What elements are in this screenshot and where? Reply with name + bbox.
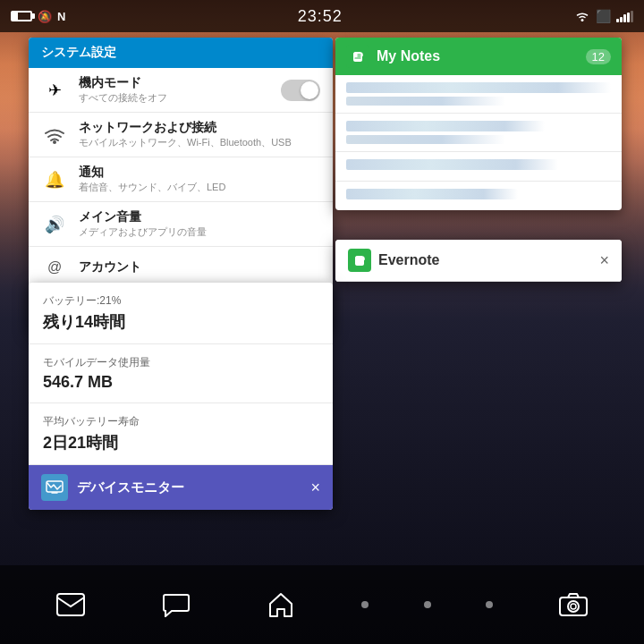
settings-item-volume[interactable]: 🔊 メイン音量 メディアおよびアプリの音量	[29, 202, 333, 247]
monitor-widget: バッテリー:21% 残り14時間 モバイルデータ使用量 546.7 MB 平均バ…	[29, 283, 333, 510]
monitor-battery-label: バッテリー:21%	[43, 293, 318, 309]
svg-point-6	[571, 604, 576, 609]
toggle-knob	[301, 81, 318, 99]
signal-bar-2	[620, 17, 623, 22]
status-left: 🔕 N	[11, 10, 65, 23]
monitor-lifespan-section: 平均バッテリー寿命 2日21時間	[29, 403, 333, 465]
battery-icon	[11, 11, 32, 21]
monitor-battery-section: バッテリー:21% 残り14時間	[29, 283, 333, 344]
note-blur-sm-1	[346, 97, 505, 106]
bb-icon: ⬛	[596, 9, 611, 23]
wifi-icon	[574, 10, 590, 22]
note-blur-4	[346, 189, 518, 199]
note-item-1[interactable]	[335, 75, 622, 114]
notes-title: My Notes	[377, 48, 579, 64]
evernote-widget: Evernote ×	[335, 240, 622, 282]
signal-bar-5	[631, 11, 633, 22]
monitor-footer[interactable]: デバイスモニター ×	[29, 465, 333, 510]
note-item-3[interactable]	[335, 152, 622, 182]
dock-dot-3	[486, 601, 493, 608]
notes-header: My Notes 12	[335, 38, 622, 75]
monitor-lifespan-value: 2日21時間	[43, 432, 318, 453]
network-icon: N	[57, 10, 65, 23]
settings-notification-text: 通知 着信音、サウンド、バイブ、LED	[79, 165, 320, 194]
settings-volume-title: メイン音量	[79, 209, 320, 225]
monitor-battery-value: 残り14時間	[43, 311, 318, 333]
airplane-icon: ✈	[41, 77, 68, 104]
settings-network-sub: モバイルネットワーク、Wi-Fi、Bluetooth、USB	[79, 136, 320, 149]
evernote-title: Evernote	[378, 252, 592, 268]
settings-header-label: システム設定	[41, 45, 116, 59]
svg-point-0	[581, 19, 584, 21]
svg-point-1	[53, 140, 56, 144]
monitor-footer-icon	[41, 474, 68, 501]
settings-network-text: ネットワークおよび接続 モバイルネットワーク、Wi-Fi、Bluetooth、U…	[79, 120, 320, 149]
signal-bar-1	[616, 19, 619, 22]
settings-airplane-text: 機内モード すべての接続をオフ	[79, 75, 270, 105]
signal-bars	[616, 10, 633, 22]
svg-rect-3	[57, 594, 84, 615]
status-bar: 🔕 N 23:52 ⬛	[0, 0, 644, 32]
note-item-2[interactable]	[335, 114, 622, 152]
note-blur-3	[346, 159, 558, 170]
settings-notification-sub: 着信音、サウンド、バイブ、LED	[79, 181, 320, 194]
evernote-close-button[interactable]: ×	[599, 251, 609, 270]
evernote-logo	[348, 249, 371, 272]
svg-point-5	[568, 601, 579, 612]
signal-bar-3	[623, 14, 626, 22]
dock-dot-1	[361, 601, 369, 608]
battery-fill	[13, 13, 18, 20]
account-icon: @	[41, 254, 68, 281]
settings-item-network[interactable]: ネットワークおよび接続 モバイルネットワーク、Wi-Fi、Bluetooth、U…	[29, 113, 333, 157]
note-item-4[interactable]	[335, 182, 622, 210]
settings-item-airplane[interactable]: ✈ 機内モード すべての接続をオフ	[29, 68, 333, 113]
network-settings-icon	[41, 122, 68, 148]
settings-airplane-title: 機内モード	[79, 75, 270, 91]
dock-messages[interactable]	[151, 580, 201, 630]
note-blur-sm-2	[346, 135, 505, 144]
notes-count: 12	[586, 49, 611, 64]
mute-icon: 🔕	[38, 10, 52, 23]
settings-account-text: アカウント	[79, 259, 320, 275]
settings-airplane-sub: すべての接続をオフ	[79, 91, 270, 105]
settings-notification-title: 通知	[79, 165, 320, 181]
dock	[0, 565, 644, 644]
settings-volume-sub: メディアおよびアプリの音量	[79, 225, 320, 239]
monitor-close-button[interactable]: ×	[310, 479, 320, 497]
evernote-header: Evernote ×	[335, 240, 622, 282]
monitor-data-value: 546.7 MB	[43, 373, 318, 392]
dock-home[interactable]	[256, 580, 306, 630]
note-blur-1	[346, 82, 611, 93]
status-right: ⬛	[574, 9, 633, 23]
settings-header: システム設定	[29, 38, 333, 68]
evernote-logo-notes	[346, 45, 369, 68]
settings-network-title: ネットワークおよび接続	[79, 120, 320, 136]
clock: 23:52	[298, 7, 343, 26]
airplane-toggle[interactable]	[281, 80, 320, 101]
volume-icon: 🔊	[41, 211, 68, 238]
monitor-data-section: モバイルデータ使用量 546.7 MB	[29, 344, 333, 403]
notification-icon: 🔔	[41, 166, 68, 193]
settings-item-notification[interactable]: 🔔 通知 着信音、サウンド、バイブ、LED	[29, 157, 333, 202]
note-blur-2	[346, 121, 545, 131]
dock-mail[interactable]	[46, 580, 96, 630]
dock-dot-2	[424, 601, 431, 608]
signal-bar-4	[627, 13, 630, 22]
notes-body	[335, 75, 622, 210]
notes-widget: My Notes 12	[335, 38, 622, 210]
monitor-data-label: モバイルデータ使用量	[43, 355, 318, 370]
monitor-lifespan-label: 平均バッテリー寿命	[43, 414, 318, 429]
settings-account-title: アカウント	[79, 259, 320, 275]
dock-camera[interactable]	[548, 580, 598, 630]
monitor-footer-label: デバイスモニター	[77, 479, 301, 496]
settings-volume-text: メイン音量 メディアおよびアプリの音量	[79, 209, 320, 239]
